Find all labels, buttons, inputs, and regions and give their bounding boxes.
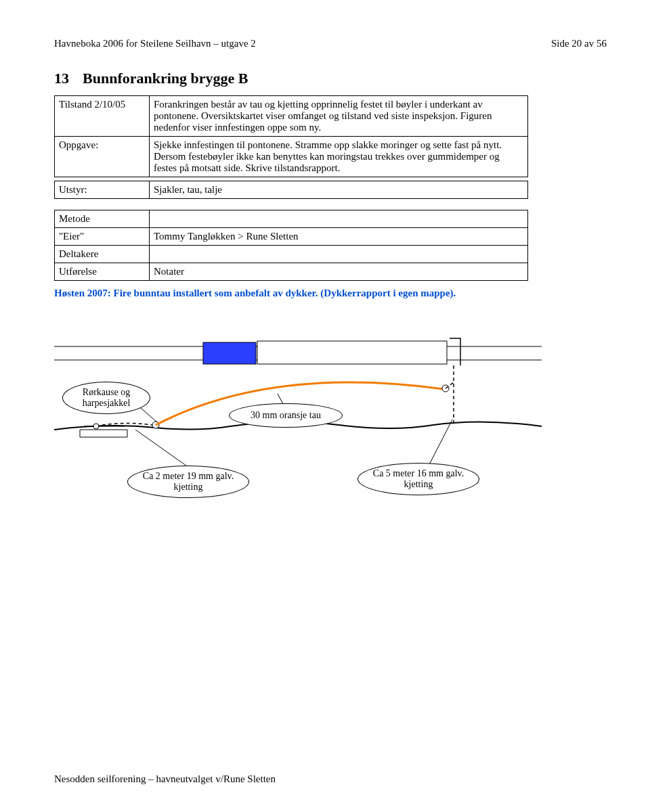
oppgave-label: Oppgave: xyxy=(55,137,150,177)
utforelse-value: Notater xyxy=(150,263,528,281)
header: Havneboka 2006 for Steilene Seilhavn – u… xyxy=(54,38,607,49)
title-text: Bunnforankring brygge B xyxy=(83,70,248,87)
svg-rect-3 xyxy=(257,341,447,364)
metode-value xyxy=(150,210,528,228)
label-kjetting-right: Ca 5 meter 16 mm galv. kjetting xyxy=(358,463,479,495)
table-1: Tilstand 2/10/05 Forankringen består av … xyxy=(54,95,528,199)
title-number: 13 xyxy=(54,70,69,87)
page-body: Havneboka 2006 for Steilene Seilhavn – u… xyxy=(0,0,650,812)
svg-rect-2 xyxy=(203,342,256,364)
table-2: Metode "Eier" Tommy Tangløkken > Rune Sl… xyxy=(54,210,528,281)
tilstand-value: Forankringen består av tau og kjetting o… xyxy=(150,96,528,137)
diagram: Rørkause og harpesjakkel 30 mm oransje t… xyxy=(54,318,555,535)
label-rorkause: Rørkause og harpesjakkel xyxy=(62,382,150,414)
note-text: Høsten 2007: Fire bunntau installert som… xyxy=(54,288,542,299)
metode-label: Metode xyxy=(55,210,150,228)
footer-text: Nesodden seilforening – havneutvalget v/… xyxy=(54,773,276,785)
label-oransje: 30 mm oransje tau xyxy=(229,403,343,428)
utstyr-value: Sjakler, tau, talje xyxy=(150,181,528,199)
label-kjetting-left: Ca 2 meter 19 mm galv. kjetting xyxy=(127,466,249,498)
eier-value: Tommy Tangløkken > Rune Sletten xyxy=(150,228,528,246)
header-left: Havneboka 2006 for Steilene Seilhavn – u… xyxy=(54,38,256,49)
tilstand-label: Tilstand 2/10/05 xyxy=(55,96,150,137)
deltakere-value xyxy=(150,246,528,263)
utforelse-label: Utførelse xyxy=(55,263,150,281)
oppgave-value: Sjekke innfestingen til pontonene. Stram… xyxy=(150,137,528,177)
deltakere-label: Deltakere xyxy=(55,246,150,263)
header-right: Side 20 av 56 xyxy=(551,38,607,49)
utstyr-label: Utstyr: xyxy=(55,181,150,199)
eier-label: "Eier" xyxy=(55,228,150,246)
title: 13 Bunnforankring brygge B xyxy=(54,70,607,87)
svg-point-5 xyxy=(93,424,99,429)
